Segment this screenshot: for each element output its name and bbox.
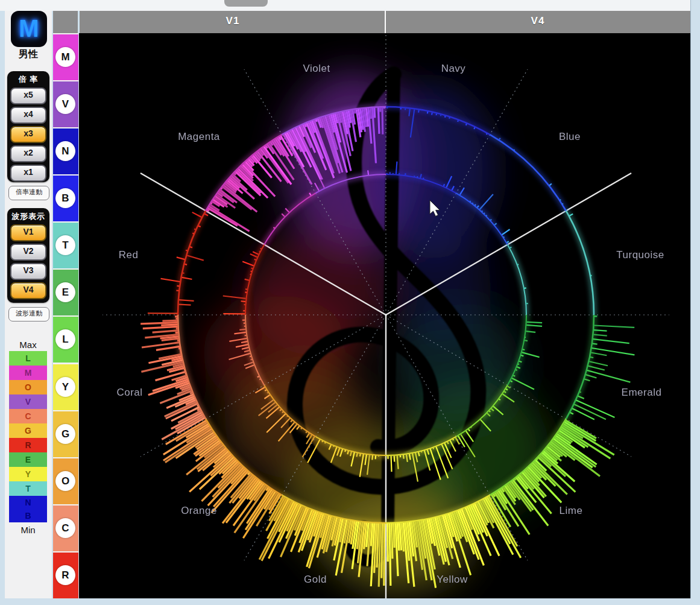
window-top-artifact bbox=[224, 0, 268, 7]
mag-button-x3[interactable]: x3 bbox=[10, 126, 46, 143]
legend-row-t: T bbox=[9, 481, 47, 496]
strip-letter-badge: E bbox=[55, 282, 75, 302]
legend-letter: B bbox=[9, 509, 47, 522]
magnification-link-button[interactable]: 倍率連動 bbox=[8, 186, 49, 200]
sector-label-emerald: Emerald bbox=[622, 387, 662, 398]
note-color-strip: MVNBTELYGOCR bbox=[53, 33, 78, 598]
header-label-v4: V4 bbox=[531, 15, 545, 27]
magnification-buttons: x5x4x3x2x1 bbox=[7, 87, 49, 182]
legend-letter: E bbox=[9, 452, 47, 467]
legend-row-nb: NB bbox=[9, 496, 47, 522]
legend-letter: M bbox=[9, 366, 47, 380]
strip-cell-l[interactable]: L bbox=[53, 317, 78, 363]
waveform-panel: 波形表示 V1V2V3V4 bbox=[7, 208, 49, 303]
sector-label-blue: Blue bbox=[559, 131, 581, 142]
strip-cell-t[interactable]: T bbox=[53, 223, 78, 268]
mag-button-x4[interactable]: x4 bbox=[10, 107, 46, 124]
legend-row-e: E bbox=[9, 452, 47, 467]
strip-letter-badge: V bbox=[55, 94, 75, 114]
strip-letter-badge: R bbox=[55, 565, 75, 585]
mag-button-x1[interactable]: x1 bbox=[10, 165, 46, 182]
magnification-panel: 倍 率 x5x4x3x2x1 bbox=[7, 71, 49, 182]
legend-row-v: V bbox=[9, 394, 47, 409]
legend-row-g: G bbox=[9, 423, 47, 438]
sector-label-turquoise: Turquoise bbox=[616, 249, 664, 261]
waveform-buttons: V1V2V3V4 bbox=[7, 224, 49, 299]
header-bar: V1 V4 bbox=[80, 11, 690, 33]
wave-button-v2[interactable]: V2 bbox=[10, 244, 46, 261]
legend-letter: O bbox=[9, 380, 47, 394]
wave-button-v4[interactable]: V4 bbox=[10, 282, 46, 299]
header-corner-square bbox=[53, 11, 78, 33]
legend-row-o: O bbox=[9, 380, 47, 394]
strip-letter-badge: C bbox=[55, 518, 75, 538]
strip-letter-badge: G bbox=[55, 424, 75, 444]
strip-letter-badge: M bbox=[55, 47, 75, 67]
window-bottom-border bbox=[0, 598, 700, 605]
sector-label-navy: Navy bbox=[441, 63, 466, 74]
legend-row-r: R bbox=[9, 438, 47, 452]
legend-letter: R bbox=[9, 438, 47, 452]
sector-label-coral: Coral bbox=[116, 387, 142, 398]
header-center-divider bbox=[385, 11, 386, 33]
legend-letter: V bbox=[9, 394, 47, 409]
legend-min-label: Min bbox=[9, 525, 47, 535]
window-right-border bbox=[690, 0, 700, 605]
mag-button-x5[interactable]: x5 bbox=[10, 87, 46, 104]
strip-cell-g[interactable]: G bbox=[53, 411, 78, 457]
strip-cell-e[interactable]: E bbox=[53, 270, 78, 315]
sector-label-lime: Lime bbox=[560, 505, 583, 516]
sector-label-yellow: Yellow bbox=[437, 574, 468, 585]
strip-letter-badge: L bbox=[55, 329, 75, 349]
strip-cell-o[interactable]: O bbox=[53, 458, 78, 504]
strip-cell-v[interactable]: V bbox=[53, 81, 78, 127]
sector-label-red: Red bbox=[119, 249, 139, 261]
spectrum-wheel-canvas[interactable]: VioletNavyMagentaBlueRedTurquoiseCoralEm… bbox=[79, 33, 690, 598]
strip-letter-badge: N bbox=[55, 141, 75, 161]
sector-label-magenta: Magenta bbox=[178, 131, 220, 142]
magnification-panel-title: 倍 率 bbox=[7, 74, 49, 85]
legend-letter: L bbox=[9, 351, 47, 366]
legend-letter: Y bbox=[9, 467, 47, 481]
legend-letter: C bbox=[9, 409, 47, 423]
waveform-panel-title: 波形表示 bbox=[7, 211, 49, 222]
legend-letter: T bbox=[9, 481, 47, 496]
wave-button-v3[interactable]: V3 bbox=[10, 263, 46, 280]
strip-letter-badge: B bbox=[55, 188, 75, 208]
legend-row-m: M bbox=[9, 366, 47, 380]
strip-cell-b[interactable]: B bbox=[53, 176, 78, 221]
gender-label: 男性 bbox=[5, 48, 52, 61]
sector-label-gold: Gold bbox=[304, 574, 327, 585]
mag-button-x2[interactable]: x2 bbox=[10, 145, 46, 162]
strip-letter-badge: T bbox=[55, 235, 75, 255]
sidebar: M 男性 倍 率 x5x4x3x2x1 倍率連動 波形表示 V1V2V3V4 波… bbox=[5, 11, 52, 598]
strip-cell-n[interactable]: N bbox=[53, 128, 78, 174]
window-top-strip bbox=[0, 0, 700, 11]
legend-row-c: C bbox=[9, 409, 47, 423]
strip-letter-badge: O bbox=[55, 471, 75, 491]
sector-label-orange: Orange bbox=[181, 505, 217, 516]
legend-letter: G bbox=[9, 423, 47, 438]
spectrum-wheel-svg: VioletNavyMagentaBlueRedTurquoiseCoralEm… bbox=[79, 33, 690, 598]
waveform-link-button[interactable]: 波形連動 bbox=[8, 307, 49, 322]
app-logo-letter: M bbox=[19, 15, 39, 42]
legend-row-l: L bbox=[9, 351, 47, 366]
legend-letter: N bbox=[9, 496, 47, 509]
strip-cell-r[interactable]: R bbox=[53, 553, 78, 598]
strip-cell-m[interactable]: M bbox=[53, 34, 78, 80]
strip-cell-c[interactable]: C bbox=[53, 505, 78, 551]
strip-letter-badge: Y bbox=[55, 377, 75, 397]
legend-max-label: Max bbox=[9, 340, 47, 350]
wave-button-v1[interactable]: V1 bbox=[10, 224, 46, 241]
app-logo-icon[interactable]: M bbox=[11, 11, 47, 47]
sector-label-violet: Violet bbox=[303, 63, 330, 74]
header-label-v1: V1 bbox=[226, 15, 240, 27]
legend-row-y: Y bbox=[9, 467, 47, 481]
strip-cell-y[interactable]: Y bbox=[53, 364, 78, 410]
